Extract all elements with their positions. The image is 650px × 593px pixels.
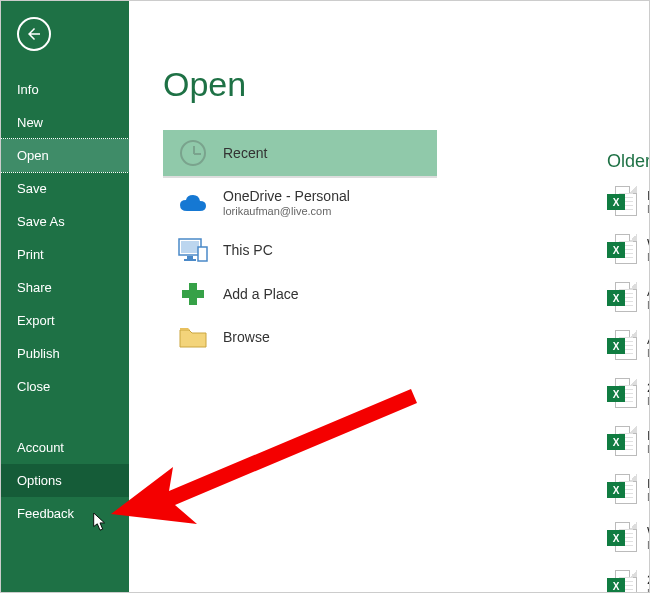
nav-item-publish[interactable]: Publish (1, 337, 129, 370)
source-browse[interactable]: Browse (163, 316, 443, 359)
recent-files-pane: Older XInvoice.xlsxDocuments » HowToGeeX… (607, 151, 649, 592)
recent-file-item[interactable]: XWidget Price SheetDocuments » HowToGee (607, 516, 649, 558)
source-label: Browse (223, 329, 270, 345)
nav-item-new[interactable]: New (1, 106, 129, 139)
source-sublabel: lorikaufman@live.com (223, 205, 350, 217)
excel-file-icon: X (607, 234, 637, 264)
file-name: ACME Sales Numbe (647, 284, 649, 299)
file-path: Documents » HowToGee (647, 587, 649, 593)
this-pc-icon (178, 238, 208, 262)
file-path: Documents » HowToGee (647, 395, 649, 407)
nav-list-bottom: AccountOptionsFeedback (1, 431, 129, 530)
file-name: 2014 ACME Sales N (647, 572, 649, 587)
folder-icon (179, 326, 207, 348)
file-path: Documents » HowToGee (647, 491, 649, 503)
main-content: Open RecentOneDrive - Personallorikaufma… (129, 1, 649, 592)
file-name: Widget Price Sheet (647, 524, 649, 539)
recent-file-item[interactable]: XWidget Price SheetDocuments » HowToGee (607, 228, 649, 270)
excel-file-icon: X (607, 474, 637, 504)
plus-icon (182, 283, 204, 305)
source-label: This PC (223, 242, 273, 258)
file-path: Documents » HowToGee (647, 299, 649, 311)
recent-file-item[interactable]: XInvoice1.xlsxDocuments » HowToGee (607, 468, 649, 510)
page-title: Open (163, 65, 649, 104)
nav-item-share[interactable]: Share (1, 271, 129, 304)
file-name: Widget Price Sheet (647, 236, 649, 251)
source-this-pc[interactable]: This PC (163, 228, 443, 273)
recent-file-item[interactable]: X2014 ACME Sales NDocuments » HowToGee (607, 564, 649, 592)
svg-rect-4 (198, 247, 207, 261)
source-onedrive-personal[interactable]: OneDrive - Personallorikaufman@live.com (163, 178, 443, 228)
file-path: Documents » HowToGee (647, 251, 649, 263)
nav-item-save-as[interactable]: Save As (1, 205, 129, 238)
nav-item-export[interactable]: Export (1, 304, 129, 337)
file-path: Documents » HowToGee (647, 539, 649, 551)
recent-files-list: XInvoice.xlsxDocuments » HowToGeeXWidget… (607, 180, 649, 592)
nav-item-close[interactable]: Close (1, 370, 129, 403)
onedrive-icon (179, 193, 207, 213)
arrow-left-icon (25, 25, 43, 43)
excel-file-icon: X (607, 570, 637, 592)
file-name: Invoice.xlsx (647, 188, 649, 203)
nav-item-account[interactable]: Account (1, 431, 129, 464)
file-name: 2015 ACME Sales N (647, 380, 649, 395)
svg-rect-3 (184, 259, 196, 261)
recent-file-item[interactable]: XInvoice.xlsxDocuments » HowToGee (607, 180, 649, 222)
recent-file-item[interactable]: XACME Sales NumbeDocuments » HowToGee (607, 276, 649, 318)
excel-file-icon: X (607, 522, 637, 552)
recent-file-item[interactable]: XACME Sales NumbeDocuments » HowToGee (607, 324, 649, 366)
excel-file-icon: X (607, 330, 637, 360)
source-label: Add a Place (223, 286, 299, 302)
source-label: Recent (223, 145, 267, 161)
file-name: Invoice1.xlsx (647, 476, 649, 491)
nav-list-main: InfoNewOpenSaveSave AsPrintShareExportPu… (1, 73, 129, 403)
recent-file-item[interactable]: X2015 ACME Sales NDocuments » HowToGee (607, 372, 649, 414)
nav-item-feedback[interactable]: Feedback (1, 497, 129, 530)
source-add-a-place[interactable]: Add a Place (163, 273, 443, 316)
nav-item-options[interactable]: Options (1, 464, 129, 497)
svg-rect-2 (187, 256, 193, 259)
nav-item-info[interactable]: Info (1, 73, 129, 106)
file-name: ACME Sales Numbe (647, 332, 649, 347)
svg-rect-1 (181, 241, 199, 253)
source-recent[interactable]: Recent (163, 130, 437, 177)
clock-icon (180, 140, 206, 166)
open-sources-list: RecentOneDrive - Personallorikaufman@liv… (163, 130, 443, 359)
file-name: Invoice1.xlsx (647, 428, 649, 443)
file-path: Lori Kaufman's OneDrive (647, 443, 649, 455)
recent-file-item[interactable]: XInvoice1.xlsxLori Kaufman's OneDrive (607, 420, 649, 462)
backstage-sidebar: InfoNewOpenSaveSave AsPrintShareExportPu… (1, 1, 129, 592)
nav-item-save[interactable]: Save (1, 172, 129, 205)
nav-item-open[interactable]: Open (1, 139, 129, 172)
file-path: Documents » HowToGee (647, 203, 649, 215)
excel-file-icon: X (607, 426, 637, 456)
back-button[interactable] (17, 17, 51, 51)
excel-file-icon: X (607, 282, 637, 312)
nav-item-print[interactable]: Print (1, 238, 129, 271)
excel-file-icon: X (607, 378, 637, 408)
source-label: OneDrive - Personal (223, 188, 350, 204)
file-path: Documents » HowToGee (647, 347, 649, 359)
recent-group-title: Older (607, 151, 649, 172)
excel-file-icon: X (607, 186, 637, 216)
